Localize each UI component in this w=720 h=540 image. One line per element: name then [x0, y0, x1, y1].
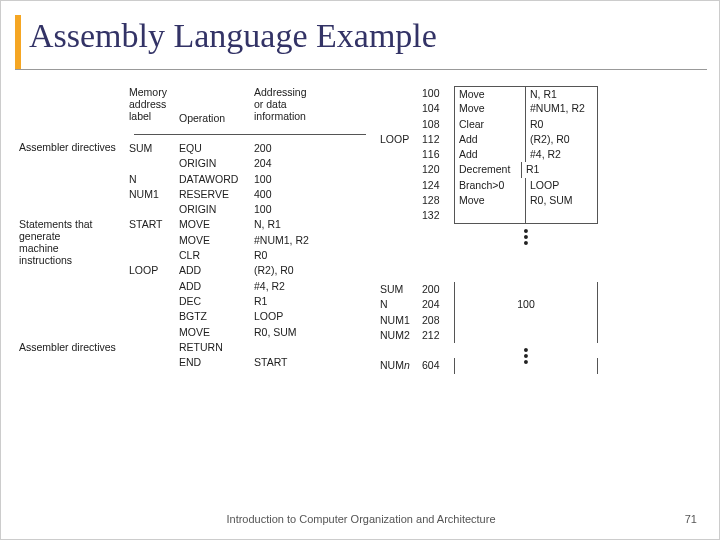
mem-row: 100MoveN, R1 — [380, 86, 598, 101]
mem-row: SUM200 — [380, 282, 598, 297]
page-title: Assembly Language Example — [29, 17, 437, 55]
source-rows: Assembler directives Statements that gen… — [19, 141, 344, 370]
footer-text: Introduction to Computer Organization an… — [1, 513, 720, 525]
mem-row: 104Move#NUM1, R2 — [380, 101, 598, 116]
source-header-row: Memory address label Operation Addressin… — [19, 86, 369, 124]
page-number: 71 — [685, 513, 697, 525]
src-row: DECR1 — [19, 294, 344, 309]
source-listing: Memory address label Operation Addressin… — [19, 86, 369, 127]
src-row: ORIGIN100 — [19, 202, 344, 217]
mem-row: NUM2212 — [380, 328, 598, 343]
src-row: ENDSTART — [19, 355, 344, 370]
src-row: NDATAWORD100 — [19, 172, 344, 187]
header-addressing: Addressing or data information — [254, 86, 344, 124]
ellipsis-row: ••• — [380, 224, 598, 239]
title-underline — [15, 69, 707, 70]
mem-row: N204100 — [380, 297, 598, 312]
mem-row: 120DecrementR1 — [380, 162, 598, 177]
ellipsis-row: ••• — [380, 343, 598, 358]
label-assembler-directives-2: Assembler directives — [19, 341, 127, 353]
mem-row: 132 — [380, 208, 598, 223]
data-segment: SUM200 N204100 NUM1208 NUM2212 ••• NUMn … — [380, 282, 598, 374]
src-row: MOVER0, SUM — [19, 325, 344, 340]
mem-row: LOOP112Add(R2), R0 — [380, 132, 598, 147]
mem-row: NUM1208 — [380, 313, 598, 328]
header-blank — [19, 86, 129, 124]
mem-row: NUMn 604 — [380, 358, 598, 373]
header-operation: Operation — [179, 86, 254, 124]
accent-bar — [15, 15, 21, 69]
numn-label: NUMn — [380, 359, 410, 371]
label-statements: Statements that generate machine instruc… — [19, 218, 127, 266]
label-assembler-directives-1: Assembler directives — [19, 141, 127, 153]
code-segment: 100MoveN, R1 104Move#NUM1, R2 108ClearR0… — [380, 86, 598, 239]
mem-row: 108ClearR0 — [380, 117, 598, 132]
dots-icon: ••• — [454, 228, 598, 246]
header-memory: Memory address label — [129, 86, 179, 124]
src-row: ORIGIN204 — [19, 156, 344, 171]
src-row: BGTZLOOP — [19, 309, 344, 324]
mem-row: 124Branch>0LOOP — [380, 178, 598, 193]
header-rule — [134, 134, 366, 135]
src-row: ADD#4, R2 — [19, 279, 344, 294]
mem-row: 128MoveR0, SUM — [380, 193, 598, 208]
src-row: NUM1RESERVE400 — [19, 187, 344, 202]
mem-row: 116Add#4, R2 — [380, 147, 598, 162]
